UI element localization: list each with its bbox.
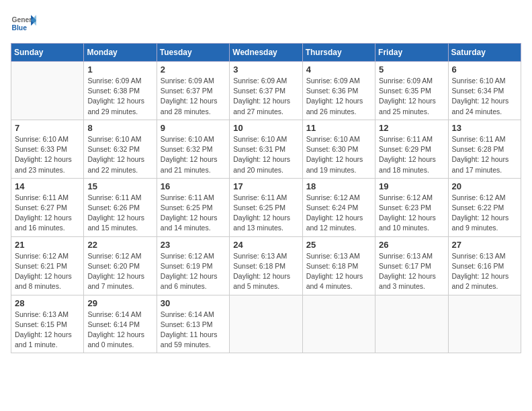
calendar-cell: 13Sunrise: 6:11 AMSunset: 6:28 PMDayligh… [448, 120, 521, 178]
day-info: Sunrise: 6:11 AMSunset: 6:27 PMDaylight:… [15, 193, 80, 234]
calendar-cell [302, 295, 375, 353]
day-number: 12 [379, 123, 444, 133]
weekday-header-wednesday: Wednesday [230, 44, 302, 62]
calendar-body: 1Sunrise: 6:09 AMSunset: 6:38 PMDaylight… [11, 62, 521, 353]
weekday-header-thursday: Thursday [302, 44, 375, 62]
day-number: 18 [306, 181, 371, 191]
weekday-header-tuesday: Tuesday [157, 44, 229, 62]
day-info: Sunrise: 6:10 AMSunset: 6:32 PMDaylight:… [161, 134, 226, 175]
day-number: 17 [233, 181, 298, 191]
calendar-week-row: 1Sunrise: 6:09 AMSunset: 6:38 PMDaylight… [11, 62, 521, 120]
day-number: 19 [379, 181, 444, 191]
day-number: 8 [87, 123, 152, 133]
day-number: 29 [87, 298, 152, 308]
day-info: Sunrise: 6:10 AMSunset: 6:33 PMDaylight:… [15, 134, 80, 175]
day-info: Sunrise: 6:13 AMSunset: 6:15 PMDaylight:… [15, 310, 80, 351]
calendar-cell: 2Sunrise: 6:09 AMSunset: 6:37 PMDaylight… [157, 62, 229, 120]
calendar-cell: 4Sunrise: 6:09 AMSunset: 6:36 PMDaylight… [302, 62, 375, 120]
calendar-cell: 24Sunrise: 6:13 AMSunset: 6:18 PMDayligh… [230, 236, 302, 295]
day-info: Sunrise: 6:12 AMSunset: 6:20 PMDaylight:… [87, 251, 152, 292]
weekday-header-sunday: Sunday [11, 44, 84, 62]
calendar-cell: 25Sunrise: 6:13 AMSunset: 6:18 PMDayligh… [302, 236, 375, 295]
day-info: Sunrise: 6:09 AMSunset: 6:38 PMDaylight:… [87, 76, 152, 117]
calendar-cell: 20Sunrise: 6:12 AMSunset: 6:22 PMDayligh… [448, 178, 521, 236]
calendar-cell: 23Sunrise: 6:12 AMSunset: 6:19 PMDayligh… [157, 236, 229, 295]
calendar-week-row: 14Sunrise: 6:11 AMSunset: 6:27 PMDayligh… [11, 178, 521, 236]
logo: General Blue [11, 11, 39, 36]
calendar-cell: 7Sunrise: 6:10 AMSunset: 6:33 PMDaylight… [11, 120, 84, 178]
calendar-cell [11, 62, 84, 120]
calendar-cell: 10Sunrise: 6:10 AMSunset: 6:31 PMDayligh… [230, 120, 302, 178]
calendar-cell [230, 295, 302, 353]
calendar-cell: 29Sunrise: 6:14 AMSunset: 6:14 PMDayligh… [84, 295, 157, 353]
day-info: Sunrise: 6:12 AMSunset: 6:21 PMDaylight:… [15, 251, 80, 292]
calendar-cell: 8Sunrise: 6:10 AMSunset: 6:32 PMDaylight… [84, 120, 157, 178]
day-number: 14 [15, 181, 80, 191]
day-number: 3 [233, 64, 298, 75]
day-info: Sunrise: 6:13 AMSunset: 6:18 PMDaylight:… [233, 251, 298, 292]
day-info: Sunrise: 6:12 AMSunset: 6:22 PMDaylight:… [452, 193, 517, 234]
calendar-cell: 19Sunrise: 6:12 AMSunset: 6:23 PMDayligh… [375, 178, 448, 236]
day-number: 6 [452, 64, 517, 75]
day-info: Sunrise: 6:11 AMSunset: 6:28 PMDaylight:… [452, 134, 517, 175]
calendar-cell: 22Sunrise: 6:12 AMSunset: 6:20 PMDayligh… [84, 236, 157, 295]
day-number: 28 [15, 298, 80, 308]
day-info: Sunrise: 6:11 AMSunset: 6:26 PMDaylight:… [87, 193, 152, 234]
day-info: Sunrise: 6:10 AMSunset: 6:30 PMDaylight:… [306, 134, 371, 175]
day-info: Sunrise: 6:09 AMSunset: 6:36 PMDaylight:… [306, 76, 371, 117]
day-info: Sunrise: 6:12 AMSunset: 6:23 PMDaylight:… [379, 193, 444, 234]
weekday-header-friday: Friday [375, 44, 448, 62]
calendar-cell: 12Sunrise: 6:11 AMSunset: 6:29 PMDayligh… [375, 120, 448, 178]
weekday-header-monday: Monday [84, 44, 157, 62]
day-info: Sunrise: 6:10 AMSunset: 6:31 PMDaylight:… [233, 134, 298, 175]
calendar-cell: 30Sunrise: 6:14 AMSunset: 6:13 PMDayligh… [157, 295, 229, 353]
calendar-cell: 26Sunrise: 6:13 AMSunset: 6:17 PMDayligh… [375, 236, 448, 295]
day-number: 5 [379, 64, 444, 75]
day-number: 22 [87, 240, 152, 250]
calendar-table: SundayMondayTuesdayWednesdayThursdayFrid… [11, 43, 521, 353]
day-number: 2 [161, 64, 226, 75]
day-number: 16 [161, 181, 226, 191]
day-info: Sunrise: 6:13 AMSunset: 6:18 PMDaylight:… [306, 251, 371, 292]
calendar-week-row: 7Sunrise: 6:10 AMSunset: 6:33 PMDaylight… [11, 120, 521, 178]
day-info: Sunrise: 6:10 AMSunset: 6:34 PMDaylight:… [452, 76, 517, 117]
calendar-week-row: 21Sunrise: 6:12 AMSunset: 6:21 PMDayligh… [11, 236, 521, 295]
svg-text:Blue: Blue [12, 24, 28, 32]
calendar-week-row: 28Sunrise: 6:13 AMSunset: 6:15 PMDayligh… [11, 295, 521, 353]
calendar-cell: 18Sunrise: 6:12 AMSunset: 6:24 PMDayligh… [302, 178, 375, 236]
day-info: Sunrise: 6:13 AMSunset: 6:17 PMDaylight:… [379, 251, 444, 292]
day-number: 15 [87, 181, 152, 191]
day-number: 11 [306, 123, 371, 133]
day-number: 27 [452, 240, 517, 250]
calendar-cell: 14Sunrise: 6:11 AMSunset: 6:27 PMDayligh… [11, 178, 84, 236]
weekday-header-saturday: Saturday [448, 44, 521, 62]
calendar-cell: 28Sunrise: 6:13 AMSunset: 6:15 PMDayligh… [11, 295, 84, 353]
day-number: 7 [15, 123, 80, 133]
calendar-cell: 17Sunrise: 6:11 AMSunset: 6:25 PMDayligh… [230, 178, 302, 236]
calendar-cell [375, 295, 448, 353]
calendar-cell: 5Sunrise: 6:09 AMSunset: 6:35 PMDaylight… [375, 62, 448, 120]
day-number: 24 [233, 240, 298, 250]
calendar-cell: 16Sunrise: 6:11 AMSunset: 6:25 PMDayligh… [157, 178, 229, 236]
calendar-cell: 21Sunrise: 6:12 AMSunset: 6:21 PMDayligh… [11, 236, 84, 295]
calendar-header-row: SundayMondayTuesdayWednesdayThursdayFrid… [11, 44, 521, 62]
calendar-cell: 11Sunrise: 6:10 AMSunset: 6:30 PMDayligh… [302, 120, 375, 178]
day-number: 26 [379, 240, 444, 250]
calendar-cell: 27Sunrise: 6:13 AMSunset: 6:16 PMDayligh… [448, 236, 521, 295]
day-number: 1 [87, 64, 152, 75]
day-number: 10 [233, 123, 298, 133]
day-info: Sunrise: 6:12 AMSunset: 6:19 PMDaylight:… [161, 251, 226, 292]
day-number: 13 [452, 123, 517, 133]
calendar-cell: 9Sunrise: 6:10 AMSunset: 6:32 PMDaylight… [157, 120, 229, 178]
day-info: Sunrise: 6:10 AMSunset: 6:32 PMDaylight:… [87, 134, 152, 175]
day-info: Sunrise: 6:11 AMSunset: 6:25 PMDaylight:… [161, 193, 226, 234]
day-number: 21 [15, 240, 80, 250]
day-info: Sunrise: 6:13 AMSunset: 6:16 PMDaylight:… [452, 251, 517, 292]
calendar-cell: 15Sunrise: 6:11 AMSunset: 6:26 PMDayligh… [84, 178, 157, 236]
day-info: Sunrise: 6:14 AMSunset: 6:13 PMDaylight:… [161, 310, 226, 351]
calendar-cell: 3Sunrise: 6:09 AMSunset: 6:37 PMDaylight… [230, 62, 302, 120]
calendar-cell: 6Sunrise: 6:10 AMSunset: 6:34 PMDaylight… [448, 62, 521, 120]
day-info: Sunrise: 6:14 AMSunset: 6:14 PMDaylight:… [87, 310, 152, 351]
day-number: 9 [161, 123, 226, 133]
day-info: Sunrise: 6:09 AMSunset: 6:35 PMDaylight:… [379, 76, 444, 117]
